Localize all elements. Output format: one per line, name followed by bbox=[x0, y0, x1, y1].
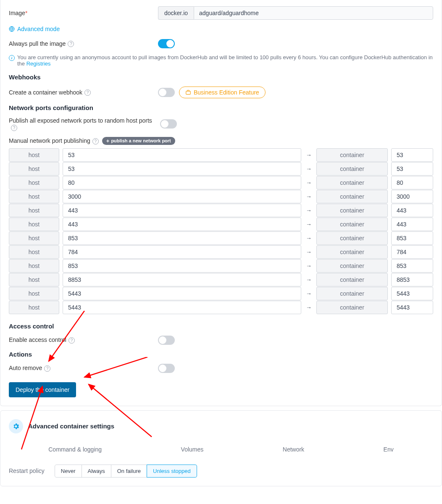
restart-option[interactable]: On failure bbox=[111, 465, 147, 478]
host-label: host bbox=[9, 204, 59, 217]
host-label: host bbox=[9, 301, 59, 314]
port-row: host→container bbox=[9, 148, 433, 162]
publish-all-toggle[interactable] bbox=[160, 119, 177, 129]
always-pull-toggle[interactable] bbox=[158, 39, 175, 48]
container-port-input[interactable] bbox=[391, 231, 433, 245]
access-control-toggle[interactable] bbox=[158, 336, 175, 345]
tab-command-logging[interactable]: Command & logging bbox=[44, 444, 106, 455]
container-port-input[interactable] bbox=[391, 259, 433, 273]
webhooks-title: Webhooks bbox=[9, 74, 433, 81]
host-label: host bbox=[9, 190, 59, 203]
host-label: host bbox=[9, 176, 59, 189]
host-port-input[interactable] bbox=[63, 148, 301, 162]
host-port-input[interactable] bbox=[63, 190, 301, 203]
access-control-title: Access control bbox=[9, 323, 433, 330]
image-name-input[interactable] bbox=[194, 6, 433, 20]
help-icon[interactable] bbox=[84, 89, 91, 96]
port-row: host→container bbox=[9, 231, 433, 245]
container-port-input[interactable] bbox=[391, 245, 433, 259]
port-row: host→container bbox=[9, 301, 433, 314]
host-label: host bbox=[9, 162, 59, 176]
arrow-icon: → bbox=[305, 152, 313, 158]
host-port-input[interactable] bbox=[63, 287, 301, 300]
restart-option[interactable]: Unless stopped bbox=[147, 465, 197, 478]
host-port-input[interactable] bbox=[63, 218, 301, 231]
arrow-icon: → bbox=[305, 179, 313, 186]
restart-option[interactable]: Never bbox=[55, 465, 82, 478]
tab-volumes[interactable]: Volumes bbox=[177, 444, 208, 455]
host-label: host bbox=[9, 218, 59, 231]
host-port-input[interactable] bbox=[63, 259, 301, 273]
actions-title: Actions bbox=[9, 351, 433, 358]
host-label: host bbox=[9, 231, 59, 245]
host-port-input[interactable] bbox=[63, 162, 301, 176]
business-edition-tag: Business Edition Feature bbox=[179, 87, 266, 98]
advanced-mode-link[interactable]: Advanced mode bbox=[9, 26, 60, 32]
container-port-input[interactable] bbox=[391, 301, 433, 314]
info-icon bbox=[9, 55, 15, 61]
restart-option[interactable]: Always bbox=[82, 465, 111, 478]
container-port-input[interactable] bbox=[391, 273, 433, 286]
publish-port-button[interactable]: +publish a new network port bbox=[102, 137, 175, 145]
host-port-input[interactable] bbox=[63, 245, 301, 259]
host-port-input[interactable] bbox=[63, 231, 301, 245]
registry-addon: docker.io bbox=[158, 6, 194, 20]
container-label: container bbox=[316, 287, 388, 300]
arrow-icon: → bbox=[305, 235, 313, 242]
help-icon[interactable] bbox=[92, 138, 99, 144]
host-label: host bbox=[9, 245, 59, 259]
port-row: host→container bbox=[9, 176, 433, 189]
help-icon[interactable] bbox=[68, 41, 74, 47]
host-port-input[interactable] bbox=[63, 273, 301, 286]
container-label: container bbox=[316, 245, 388, 259]
host-label: host bbox=[9, 259, 59, 273]
arrow-icon: → bbox=[305, 276, 313, 283]
container-port-input[interactable] bbox=[391, 176, 433, 189]
container-label: container bbox=[316, 259, 388, 273]
port-row: host→container bbox=[9, 259, 433, 273]
image-label: Image* bbox=[9, 10, 158, 16]
network-ports-title: Network ports configuration bbox=[9, 104, 433, 111]
help-icon[interactable] bbox=[44, 365, 50, 372]
container-label: container bbox=[316, 176, 388, 189]
container-port-input[interactable] bbox=[391, 287, 433, 300]
container-port-input[interactable] bbox=[391, 190, 433, 203]
host-port-input[interactable] bbox=[63, 301, 301, 314]
container-label: container bbox=[316, 301, 388, 314]
help-icon[interactable] bbox=[68, 337, 75, 344]
create-webhook-label: Create a container webhook bbox=[9, 89, 158, 96]
host-port-input[interactable] bbox=[63, 176, 301, 189]
publish-all-label: Publish all exposed network ports to ran… bbox=[9, 117, 160, 131]
tab-env[interactable]: Env bbox=[379, 444, 398, 455]
container-label: container bbox=[316, 204, 388, 217]
container-label: container bbox=[316, 273, 388, 286]
container-port-input[interactable] bbox=[391, 148, 433, 162]
arrow-icon: → bbox=[305, 262, 313, 269]
host-label: host bbox=[9, 273, 59, 286]
dockerhub-info: You are currently using an anonymous acc… bbox=[9, 54, 433, 67]
arrow-icon: → bbox=[305, 221, 313, 228]
container-label: container bbox=[316, 190, 388, 203]
container-port-input[interactable] bbox=[391, 218, 433, 231]
port-row: host→container bbox=[9, 204, 433, 217]
container-port-input[interactable] bbox=[391, 162, 433, 176]
host-label: host bbox=[9, 287, 59, 300]
gear-icon bbox=[9, 419, 23, 433]
manual-port-label: Manual network port publishing bbox=[9, 137, 99, 144]
tab-network[interactable]: Network bbox=[279, 444, 308, 455]
enable-access-label: Enable access control bbox=[9, 336, 158, 344]
restart-policy-label: Restart policy bbox=[9, 467, 45, 474]
briefcase-icon bbox=[185, 89, 191, 95]
globe-icon bbox=[9, 26, 15, 32]
webhook-toggle[interactable] bbox=[158, 88, 175, 97]
auto-remove-label: Auto remove bbox=[9, 365, 158, 372]
arrow-icon: → bbox=[305, 290, 313, 297]
svg-rect-1 bbox=[186, 91, 191, 94]
help-icon[interactable] bbox=[11, 125, 17, 131]
container-port-input[interactable] bbox=[391, 204, 433, 217]
auto-remove-toggle[interactable] bbox=[158, 364, 175, 373]
deploy-button[interactable]: Deploy the container bbox=[9, 382, 76, 397]
container-label: container bbox=[316, 162, 388, 176]
host-port-input[interactable] bbox=[63, 204, 301, 217]
registries-link[interactable]: Registries bbox=[26, 60, 51, 67]
